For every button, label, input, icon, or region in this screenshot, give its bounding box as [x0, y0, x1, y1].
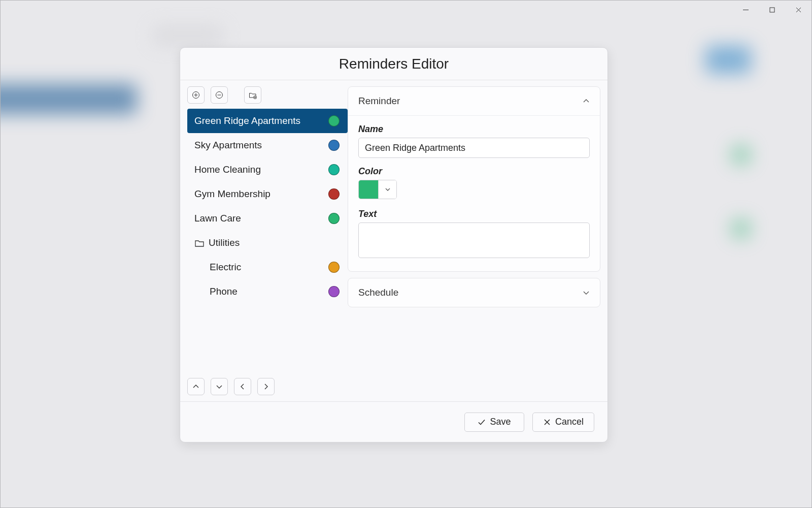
- name-input[interactable]: [358, 138, 590, 158]
- color-label: Color: [358, 166, 590, 177]
- reminder-color-swatch: [328, 213, 340, 224]
- chevron-up-icon: [583, 98, 590, 105]
- indent-button[interactable]: [257, 378, 275, 395]
- reorder-toolbar: [187, 373, 348, 395]
- reminder-item-label: Electric: [194, 262, 328, 273]
- name-label: Name: [358, 124, 590, 135]
- reminder-panel-header[interactable]: Reminder: [348, 87, 600, 115]
- toolbar-spacer: [234, 86, 238, 104]
- save-button[interactable]: Save: [464, 412, 524, 432]
- reminder-item[interactable]: Green Ridge Apartments: [187, 109, 348, 133]
- reminder-item[interactable]: Phone: [187, 279, 348, 304]
- add-reminder-button[interactable]: [187, 86, 205, 104]
- plus-circle-icon: [192, 91, 200, 99]
- reminder-item[interactable]: Sky Apartments: [187, 133, 348, 157]
- reminder-item-label: Sky Apartments: [194, 140, 328, 151]
- move-down-button[interactable]: [211, 378, 228, 395]
- schedule-panel-title: Schedule: [358, 287, 583, 298]
- left-pane: Green Ridge ApartmentsSky ApartmentsHome…: [180, 80, 348, 401]
- check-icon: [478, 418, 486, 426]
- schedule-panel: Schedule: [348, 278, 600, 307]
- maximize-button[interactable]: [759, 1, 785, 19]
- reminder-item-label: Green Ridge Apartments: [194, 115, 328, 126]
- text-input[interactable]: [358, 223, 590, 258]
- reminder-item[interactable]: Gym Membership: [187, 182, 348, 206]
- reminder-item-label: Phone: [194, 286, 328, 297]
- right-pane: Reminder Name Color Text: [348, 80, 607, 401]
- reminder-color-swatch: [328, 262, 340, 273]
- schedule-panel-header[interactable]: Schedule: [348, 278, 600, 307]
- cancel-button-label: Cancel: [555, 417, 584, 427]
- chevron-down-icon: [215, 383, 223, 391]
- reminder-panel: Reminder Name Color Text: [348, 86, 600, 272]
- remove-reminder-button[interactable]: [211, 86, 228, 104]
- reminder-item[interactable]: Electric: [187, 255, 348, 279]
- cancel-button[interactable]: Cancel: [532, 412, 594, 432]
- reminder-item-label: Lawn Care: [194, 213, 328, 224]
- reminder-item[interactable]: Lawn Care: [187, 206, 348, 231]
- reminder-item-label: Utilities: [209, 237, 340, 248]
- reminder-color-swatch: [328, 115, 340, 126]
- reminder-item-label: Home Cleaning: [194, 164, 328, 175]
- color-dropdown-button[interactable]: [378, 180, 396, 199]
- reminder-color-swatch: [328, 286, 340, 297]
- dialog-body: Green Ridge ApartmentsSky ApartmentsHome…: [180, 80, 607, 401]
- chevron-down-icon: [385, 186, 391, 193]
- x-icon: [543, 418, 551, 426]
- chevron-down-icon: [583, 289, 590, 296]
- outdent-button[interactable]: [234, 378, 251, 395]
- dialog-header: Reminders Editor: [180, 48, 607, 80]
- svg-rect-0: [770, 8, 774, 12]
- color-picker: [358, 180, 397, 199]
- text-label: Text: [358, 209, 590, 219]
- color-swatch: [359, 180, 378, 199]
- folder-icon: [194, 238, 205, 248]
- minimize-button[interactable]: [732, 1, 759, 19]
- close-button[interactable]: [785, 1, 811, 19]
- list-toolbar: [187, 86, 348, 109]
- chevron-up-icon: [192, 383, 200, 391]
- dialog-title: Reminders Editor: [339, 56, 449, 72]
- reminder-item[interactable]: Home Cleaning: [187, 157, 348, 182]
- chevron-right-icon: [262, 383, 270, 391]
- reminders-editor-dialog: Reminders Editor: [180, 47, 608, 442]
- dialog-footer: Save Cancel: [180, 401, 607, 442]
- reminder-color-swatch: [328, 140, 340, 151]
- reminder-list: Green Ridge ApartmentsSky ApartmentsHome…: [187, 109, 348, 373]
- save-button-label: Save: [490, 417, 511, 427]
- reminder-panel-body: Name Color Text: [348, 115, 600, 271]
- reminder-item-label: Gym Membership: [194, 188, 328, 200]
- window-controls: [732, 1, 811, 19]
- reminder-panel-title: Reminder: [358, 96, 583, 107]
- reminder-color-swatch: [328, 188, 340, 200]
- reminder-color-swatch: [328, 164, 340, 175]
- chevron-left-icon: [239, 383, 247, 391]
- folder-plus-icon: [249, 91, 257, 99]
- move-up-button[interactable]: [187, 378, 205, 395]
- reminder-folder[interactable]: Utilities: [187, 231, 348, 255]
- add-folder-button[interactable]: [244, 86, 261, 104]
- minus-circle-icon: [215, 91, 223, 99]
